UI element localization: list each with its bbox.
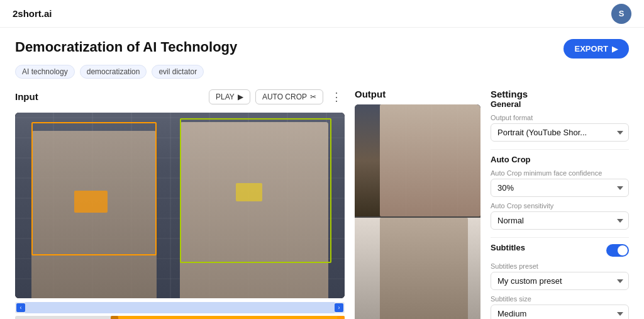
- settings-autocrop: Auto Crop Auto Crop minimum face confide…: [491, 155, 629, 230]
- autocrop-sensitivity-label: Auto Crop sensitivity: [491, 202, 629, 210]
- autocrop-confidence-select[interactable]: 30%: [491, 179, 629, 197]
- page-header: Democratization of AI Technology EXPORT …: [15, 39, 629, 59]
- subtitles-size-field: Subtitles size Medium: [491, 295, 629, 319]
- output-format-label: Output format: [491, 114, 629, 121]
- autocrop-button[interactable]: AUTO CROP ✂: [255, 89, 323, 104]
- export-label: EXPORT: [575, 44, 608, 53]
- main-content: Democratization of AI Technology EXPORT …: [0, 28, 644, 319]
- subtitles-preset-field: Subtitles preset My custom preset: [491, 262, 629, 290]
- timeline-track-main: ‹ ›: [15, 302, 345, 313]
- autocrop-confidence-label: Auto Crop minimum face confidence: [491, 169, 629, 177]
- tag-ai-technology[interactable]: AI technology: [15, 65, 75, 79]
- output-format-select[interactable]: Portrait (YouTube Shor...: [491, 123, 629, 142]
- avatar[interactable]: S: [611, 4, 631, 24]
- output-panel-title: Output: [355, 89, 386, 99]
- output-clip-top: [355, 104, 480, 216]
- output-format-field: Output format Portrait (YouTube Shor...: [491, 114, 629, 142]
- autocrop-label: AUTO CROP: [262, 92, 307, 101]
- input-panel-title: Input: [15, 91, 38, 102]
- play-icon: ▶: [238, 92, 243, 101]
- settings-general: General Output format Portrait (YouTube …: [491, 99, 629, 142]
- timeline-thumb-right[interactable]: ›: [335, 303, 343, 312]
- top-bar: 2short.ai S: [0, 0, 644, 28]
- divider-1: [491, 149, 629, 150]
- timeline-thumb2-left[interactable]: ‹: [111, 316, 118, 319]
- settings-subtitles: Subtitles Subtitles preset My custom pre…: [491, 243, 629, 319]
- subtitles-size-select[interactable]: Medium: [491, 305, 629, 319]
- play-button[interactable]: PLAY ▶: [209, 89, 250, 104]
- autocrop-sensitivity-select[interactable]: Normal: [491, 211, 629, 230]
- export-arrow-icon: ▶: [612, 45, 618, 53]
- export-button[interactable]: EXPORT ▶: [564, 39, 629, 59]
- timeline: ‹ › ‹ › 00:45.74: [15, 302, 345, 319]
- subtitles-header-row: Subtitles: [491, 243, 629, 257]
- autocrop-icon: ✂: [310, 92, 316, 101]
- workspace: Input PLAY ▶ AUTO CROP ✂ ⋮: [15, 89, 629, 319]
- input-panel: Input PLAY ▶ AUTO CROP ✂ ⋮: [15, 89, 345, 319]
- settings-panel: Settings General Output format Portrait …: [491, 89, 629, 319]
- subtitles-preset-select[interactable]: My custom preset: [491, 272, 629, 290]
- settings-subtitles-title: Subtitles: [491, 243, 525, 252]
- toggle-knob: [618, 245, 628, 255]
- timeline-fill-main: [25, 302, 335, 313]
- play-label: PLAY: [216, 92, 235, 101]
- tags-container: AI technology democratization evil dicta…: [15, 65, 629, 79]
- tag-democratization[interactable]: democratization: [80, 65, 147, 79]
- crop-box-left: [31, 122, 157, 255]
- face-indicator-right: [236, 183, 262, 201]
- page-title: Democratization of AI Technology: [15, 39, 237, 55]
- settings-title: Settings: [491, 89, 528, 99]
- divider-2: [491, 237, 629, 238]
- input-toolbar: PLAY ▶ AUTO CROP ✂ ⋮: [209, 89, 345, 105]
- subtitles-toggle[interactable]: [606, 244, 629, 257]
- tag-evil-dictator[interactable]: evil dictator: [152, 65, 204, 79]
- output-person-sam: [380, 218, 468, 319]
- subtitles-size-label: Subtitles size: [491, 295, 629, 303]
- timeline-track-orange: ‹ ›: [15, 316, 345, 319]
- autocrop-confidence-field: Auto Crop minimum face confidence 30%: [491, 169, 629, 197]
- autocrop-sensitivity-field: Auto Crop sensitivity Normal: [491, 202, 629, 230]
- video-placeholder: [15, 113, 345, 298]
- timeline-thumb-left[interactable]: ‹: [16, 303, 25, 312]
- timeline-thumb2-right[interactable]: ›: [337, 316, 345, 319]
- more-options-button[interactable]: ⋮: [328, 89, 345, 105]
- output-panel: Output: [355, 89, 480, 319]
- output-clip-bottom: [355, 216, 480, 319]
- face-indicator-left: [74, 191, 107, 213]
- logo: 2short.ai: [13, 8, 52, 19]
- subtitles-preset-label: Subtitles preset: [491, 262, 629, 270]
- settings-general-title: General: [491, 99, 629, 109]
- timeline-fill-orange: [114, 316, 345, 319]
- settings-autocrop-title: Auto Crop: [491, 155, 629, 164]
- output-video: [355, 104, 480, 319]
- input-video: [15, 113, 345, 298]
